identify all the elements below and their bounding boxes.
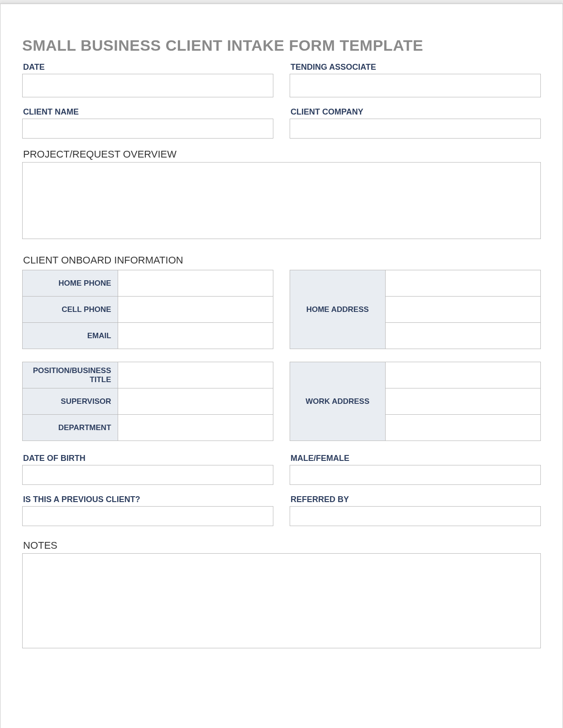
row-dob-gender: DATE OF BIRTH MALE/FEMALE (22, 454, 541, 485)
row-client-name-company: CLIENT NAME CLIENT COMPANY (22, 107, 541, 139)
input-client-name[interactable] (22, 119, 273, 139)
field-date: DATE (22, 62, 273, 97)
input-project-overview[interactable] (22, 162, 541, 239)
header-client-onboard: CLIENT ONBOARD INFORMATION (23, 254, 541, 266)
header-project-overview: PROJECT/REQUEST OVERVIEW (23, 148, 541, 160)
field-dob: DATE OF BIRTH (22, 454, 273, 485)
label-position-title: POSITION/BUSINESS TITLE (23, 362, 118, 388)
row-previous-referred: IS THIS A PREVIOUS CLIENT? REFERRED BY (22, 495, 541, 526)
label-client-company: CLIENT COMPANY (290, 107, 541, 117)
label-dob: DATE OF BIRTH (22, 454, 273, 463)
input-work-address-line3[interactable] (385, 415, 540, 441)
input-previous-client[interactable] (22, 506, 273, 526)
input-date[interactable] (22, 74, 273, 97)
input-work-address-line2[interactable] (385, 388, 540, 415)
label-gender: MALE/FEMALE (290, 454, 541, 463)
form-title: SMALL BUSINESS CLIENT INTAKE FORM TEMPLA… (22, 37, 541, 54)
header-notes: NOTES (23, 540, 541, 551)
input-dob[interactable] (22, 465, 273, 485)
field-tending-associate: TENDING ASSOCIATE (290, 62, 541, 97)
field-client-name: CLIENT NAME (22, 107, 273, 139)
label-work-address: WORK ADDRESS (290, 362, 386, 441)
table-home-address: HOME ADDRESS (290, 270, 541, 349)
label-cell-phone: CELL PHONE (23, 297, 118, 323)
input-department[interactable] (118, 415, 273, 441)
label-position-line1: POSITION/BUSINESS (33, 366, 111, 375)
table-work-address: WORK ADDRESS (290, 362, 541, 441)
input-email[interactable] (118, 323, 273, 349)
input-position-title[interactable] (118, 362, 273, 388)
label-home-phone: HOME PHONE (23, 270, 118, 297)
table-contact-left: HOME PHONE CELL PHONE EMAIL (22, 270, 273, 349)
row-date-associate: DATE TENDING ASSOCIATE (22, 62, 541, 97)
label-tending-associate: TENDING ASSOCIATE (290, 62, 541, 72)
label-home-address: HOME ADDRESS (290, 270, 386, 349)
input-supervisor[interactable] (118, 388, 273, 415)
input-home-address-line3[interactable] (385, 323, 540, 349)
input-work-address-line1[interactable] (385, 362, 540, 388)
input-notes[interactable] (22, 553, 541, 648)
input-tending-associate[interactable] (290, 74, 541, 97)
label-referred-by: REFERRED BY (290, 495, 541, 504)
label-department: DEPARTMENT (23, 415, 118, 441)
label-date: DATE (22, 62, 273, 72)
input-home-address-line1[interactable] (385, 270, 540, 297)
input-cell-phone[interactable] (118, 297, 273, 323)
field-previous-client: IS THIS A PREVIOUS CLIENT? (22, 495, 273, 526)
field-gender: MALE/FEMALE (290, 454, 541, 485)
label-client-name: CLIENT NAME (22, 107, 273, 117)
onboard-block-contact: HOME PHONE CELL PHONE EMAIL HOME ADDRESS (22, 270, 541, 349)
label-position-line2: TITLE (90, 375, 111, 384)
field-referred-by: REFERRED BY (290, 495, 541, 526)
label-previous-client: IS THIS A PREVIOUS CLIENT? (22, 495, 273, 504)
label-supervisor: SUPERVISOR (23, 388, 118, 415)
label-email: EMAIL (23, 323, 118, 349)
input-home-address-line2[interactable] (385, 297, 540, 323)
input-home-phone[interactable] (118, 270, 273, 297)
table-work-left: POSITION/BUSINESS TITLE SUPERVISOR DEPAR… (22, 362, 273, 441)
input-gender[interactable] (290, 465, 541, 485)
onboard-block-work: POSITION/BUSINESS TITLE SUPERVISOR DEPAR… (22, 362, 541, 441)
form-sheet: SMALL BUSINESS CLIENT INTAKE FORM TEMPLA… (0, 4, 563, 728)
input-referred-by[interactable] (290, 506, 541, 526)
field-client-company: CLIENT COMPANY (290, 107, 541, 139)
input-client-company[interactable] (290, 119, 541, 139)
